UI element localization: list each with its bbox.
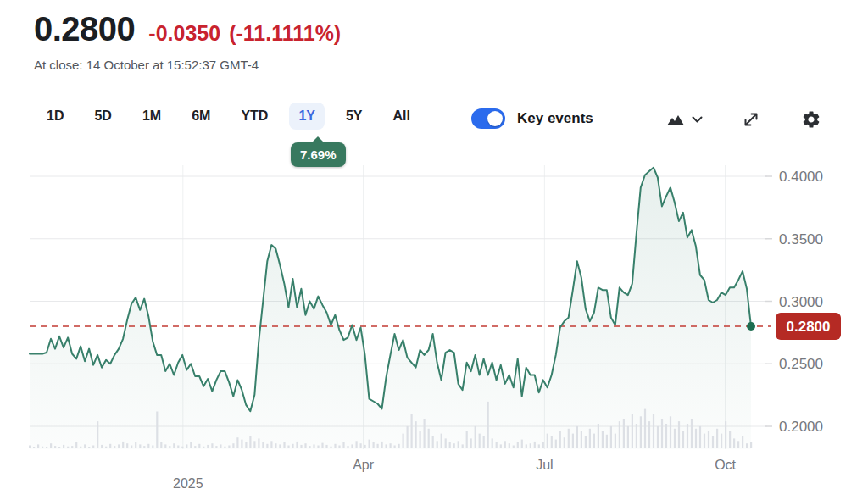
svg-text:0.3000: 0.3000 bbox=[779, 294, 823, 310]
svg-text:0.2800: 0.2800 bbox=[787, 319, 831, 335]
svg-text:2025: 2025 bbox=[173, 476, 203, 491]
svg-text:0.2500: 0.2500 bbox=[779, 356, 823, 372]
svg-text:0.4000: 0.4000 bbox=[779, 169, 823, 185]
svg-text:0.3500: 0.3500 bbox=[779, 231, 823, 247]
stock-chart-widget: 0.2800 -0.0350 (-11.1111%) At close: 14 … bbox=[0, 0, 868, 500]
svg-text:Apr: Apr bbox=[353, 458, 375, 472]
svg-text:Jul: Jul bbox=[536, 458, 553, 472]
svg-text:0.2000: 0.2000 bbox=[779, 419, 823, 435]
price-chart-svg: 0.40000.35000.30000.25000.20000.2800AprJ… bbox=[0, 0, 868, 500]
svg-text:Oct: Oct bbox=[715, 458, 736, 472]
